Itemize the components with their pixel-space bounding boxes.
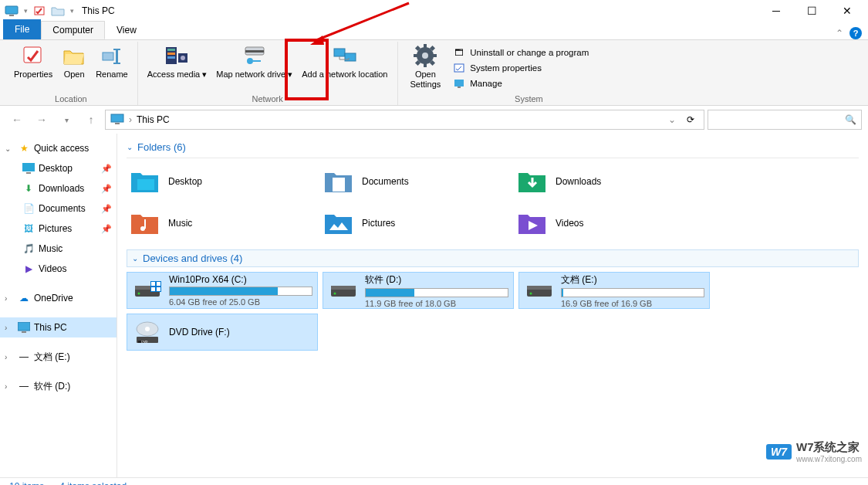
recent-button[interactable]: ▾ [56,109,77,131]
drive-icon: — [17,350,31,364]
folder-documents[interactable]: Documents [320,163,509,200]
svg-rect-51 [151,287,155,291]
svg-rect-52 [157,287,160,291]
uninstall-program-button[interactable]: 🗔Uninstall or change a program [453,46,589,59]
maximize-button[interactable]: ☐ [794,0,829,22]
sidebar-pictures[interactable]: 🖼Pictures📌 [0,219,117,239]
sidebar-onedrive[interactable]: ›☁OneDrive [0,288,117,308]
tab-view[interactable]: View [105,21,148,39]
breadcrumb-this-pc[interactable]: This PC [137,114,170,125]
sidebar-videos[interactable]: ▶Videos [0,259,117,279]
svg-rect-22 [424,63,427,67]
downloads-icon: ⬇ [22,181,35,195]
tab-computer[interactable]: Computer [41,21,105,39]
minimize-button[interactable]: ─ [758,0,794,22]
drive-item[interactable]: 软件 (D:)11.9 GB free of 18.0 GB [323,272,514,309]
svg-point-58 [530,293,532,295]
pc-icon [110,114,124,127]
drive-icon: DVD [132,320,163,344]
access-media-button[interactable]: Access media ▾ [143,42,212,94]
drive-free-text: 6.04 GB free of 25.0 GB [169,297,312,307]
refresh-icon[interactable]: ⟳ [682,114,699,125]
open-button[interactable]: Open [57,42,91,94]
sidebar-quick-access[interactable]: ⌄★Quick access [0,138,117,158]
ribbon: Properties Open Rename Location Access m… [0,40,868,106]
add-network-location-button[interactable]: Add a network location [297,42,392,94]
drive-item[interactable]: Win10Pro X64 (C:)6.04 GB free of 25.0 GB [127,272,318,309]
drive-usage-bar [561,288,704,297]
svg-rect-17 [334,49,345,56]
close-button[interactable]: ✕ [829,0,865,22]
up-button[interactable]: ↑ [80,109,102,131]
title-bar: ▾ ▾ This PC ─ ☐ ✕ [0,0,868,22]
svg-rect-40 [137,179,154,190]
address-dropdown-icon[interactable]: ⌄ [664,114,681,125]
svg-point-60 [145,327,150,331]
group-location: Properties Open Rename Location [5,42,138,105]
ribbon-collapse-icon[interactable]: ⌃ [836,28,843,39]
desktop-folder-icon [130,168,160,195]
qat-properties[interactable] [31,2,48,19]
status-bar: 10 items 4 items selected [0,477,868,485]
sidebar-this-pc[interactable]: ›This PC [0,317,117,337]
drive-usage-bar [365,288,508,297]
sidebar-music[interactable]: 🎵Music [0,239,117,259]
drives-header[interactable]: ⌄Devices and drives (4) [127,249,859,267]
desktop-icon [22,161,35,175]
search-icon: 🔍 [845,114,856,125]
drive-item[interactable]: 文档 (E:)16.9 GB free of 16.9 GB [518,272,710,309]
videos-folder-icon [517,209,548,237]
pc-icon [17,321,31,334]
svg-rect-24 [432,54,437,57]
svg-rect-21 [424,44,427,49]
drive-name: 文档 (E:) [561,273,704,287]
manage-button[interactable]: Manage [453,76,589,90]
drive-name: Win10Pro X64 (C:) [169,274,312,285]
help-icon[interactable]: ? [849,27,862,39]
drive-free-text: 16.9 GB free of 16.9 GB [561,299,704,308]
qat-dropdown-2[interactable]: ▾ [68,2,76,19]
map-drive-button[interactable]: Map network drive ▾ [211,42,297,94]
qat-dropdown-1[interactable]: ▾ [22,2,29,19]
sidebar-drive-d[interactable]: ›—软件 (D:) [0,376,117,396]
drive-item[interactable]: DVDDVD Drive (F:) [127,314,318,351]
tab-file[interactable]: File [3,19,41,39]
folder-downloads[interactable]: Downloads [514,163,703,200]
window-title: This PC [82,5,115,16]
svg-rect-29 [454,64,464,72]
videos-icon: ▶ [22,262,35,276]
sidebar-downloads[interactable]: ⬇Downloads📌 [0,178,117,198]
sidebar-documents[interactable]: 📄Documents📌 [0,198,117,219]
svg-rect-34 [111,114,123,122]
folders-header[interactable]: ⌄Folders (6) [127,140,859,158]
onedrive-icon: ☁ [17,291,31,305]
svg-rect-23 [414,54,418,57]
manage-icon [453,77,465,90]
forward-button[interactable]: → [31,109,52,131]
properties-button[interactable]: Properties [9,42,57,94]
sidebar-drive-e[interactable]: ›—文档 (E:) [0,347,117,367]
pin-icon: 📌 [101,164,112,174]
svg-rect-6 [113,49,120,50]
folder-music[interactable]: Music [127,205,316,242]
address-bar[interactable]: › This PC ⌄ ⟳ [105,110,704,130]
documents-icon: 📄 [22,202,35,215]
rename-button[interactable]: Rename [91,42,133,94]
svg-rect-15 [245,50,264,53]
group-system: OpenSettings 🗔Uninstall or change a prog… [398,42,599,105]
svg-rect-37 [26,172,31,174]
search-input[interactable]: 🔍 [708,110,862,130]
qat-folder[interactable] [49,2,66,19]
sidebar-desktop[interactable]: Desktop📌 [0,158,117,178]
folder-pictures[interactable]: Pictures [320,205,509,242]
back-button[interactable]: ← [6,109,28,131]
drive-free-text: 11.9 GB free of 18.0 GB [365,299,508,308]
open-settings-button[interactable]: OpenSettings [403,42,449,94]
system-properties-button[interactable]: System properties [453,61,589,75]
svg-rect-31 [458,86,461,88]
folder-desktop[interactable]: Desktop [127,163,316,200]
pin-icon: 📌 [101,184,112,194]
svg-rect-50 [157,282,160,286]
music-folder-icon [130,209,160,237]
folder-videos[interactable]: Videos [514,205,703,242]
